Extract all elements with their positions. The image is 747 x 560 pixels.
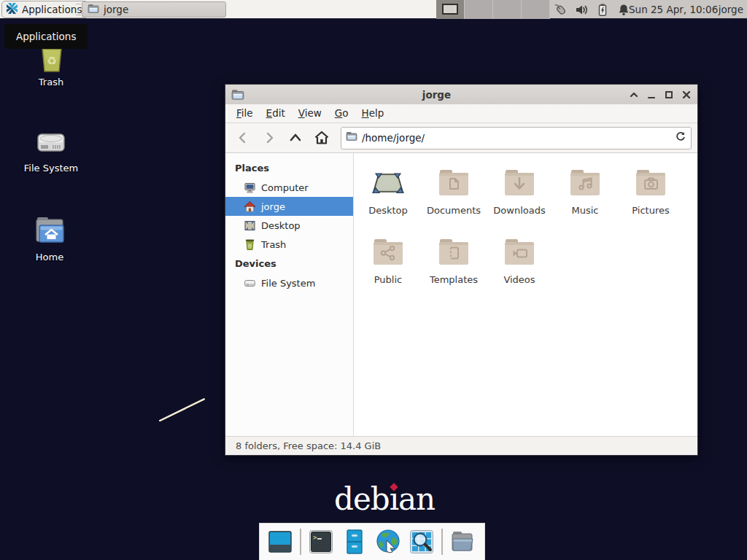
- file-item-label: Documents: [427, 205, 481, 216]
- sidebar-item-desktop[interactable]: Desktop: [225, 216, 353, 235]
- folder-download-icon: [502, 165, 537, 200]
- maximize-button[interactable]: [664, 90, 674, 100]
- dock-launcher-directory-menu[interactable]: [449, 528, 476, 556]
- workspace-1[interactable]: [436, 0, 465, 19]
- location-bar[interactable]: /home/jorge/: [341, 127, 692, 149]
- file-item-public[interactable]: Public: [355, 234, 421, 303]
- file-item-label: Templates: [430, 274, 478, 285]
- path-text[interactable]: /home/jorge/: [362, 132, 670, 144]
- sidebar-item-label: jorge: [261, 201, 285, 212]
- file-item-pictures[interactable]: Pictures: [618, 165, 684, 234]
- taskbar-window-label: jorge: [104, 4, 128, 15]
- sidebar-header-places: Places: [225, 158, 353, 178]
- sidebar-item-jorge[interactable]: jorge: [225, 197, 353, 216]
- home-button[interactable]: [310, 127, 333, 149]
- svg-text:>: >: [313, 534, 317, 541]
- workspace-2[interactable]: [465, 0, 493, 19]
- menu-help[interactable]: Help: [355, 104, 391, 122]
- workspace-3[interactable]: [493, 0, 522, 19]
- forward-button[interactable]: [258, 127, 281, 149]
- back-button[interactable]: [231, 127, 255, 149]
- svg-text:♻: ♻: [247, 243, 252, 249]
- file-item-downloads[interactable]: Downloads: [487, 165, 552, 234]
- system-tray: [553, 0, 631, 19]
- top-panel: Applications jorge Sun 25 Apr, 10:06 j: [0, 0, 747, 19]
- shade-button[interactable]: [629, 90, 639, 100]
- computer-icon: [244, 182, 256, 194]
- folder-camera-icon: [633, 165, 668, 200]
- trash-small-icon: ♻: [244, 238, 256, 251]
- sidebar-item-trash[interactable]: ♻ Trash: [225, 235, 353, 254]
- dock-launcher-terminal[interactable]: >: [307, 528, 335, 556]
- file-item-videos[interactable]: Videos: [487, 234, 552, 303]
- menu-go[interactable]: Go: [328, 104, 355, 122]
- desktop-stray-line: [158, 397, 205, 421]
- menu-view[interactable]: View: [292, 104, 328, 122]
- sidebar-item-computer[interactable]: Computer: [225, 178, 353, 197]
- places-sidebar: Places Computer jorge Desktop ♻ TrashDev…: [225, 153, 354, 436]
- file-item-label: Downloads: [493, 205, 545, 216]
- volume-tray-icon[interactable]: [574, 2, 589, 17]
- desktop-special-icon: [371, 165, 406, 200]
- menu-file[interactable]: File: [230, 104, 260, 122]
- dock-separator: [441, 529, 443, 555]
- applications-menu-label: Applications: [22, 4, 82, 15]
- folder-template-icon: [436, 234, 471, 269]
- file-item-templates[interactable]: Templates: [421, 234, 487, 303]
- file-item-label: Music: [572, 205, 599, 216]
- sidebar-item-file-system[interactable]: File System: [225, 273, 353, 292]
- desktop-icon-label: File System: [24, 163, 78, 174]
- menu-edit[interactable]: Edit: [260, 104, 292, 122]
- dock-separator: [300, 529, 301, 555]
- svg-text:♻: ♻: [47, 54, 57, 68]
- workspace-pager[interactable]: [436, 0, 550, 19]
- path-folder-icon: [346, 131, 357, 145]
- window-titlebar[interactable]: jorge: [225, 85, 697, 104]
- file-manager-window: jorge FileEditViewGoHelp: [225, 84, 698, 456]
- xfce-applications-icon: [6, 2, 18, 17]
- statusbar: 8 folders, Free space: 14.4 GiB: [225, 436, 697, 455]
- drive-small-icon: [244, 277, 256, 289]
- toolbar: /home/jorge/: [225, 123, 697, 153]
- folder-share-icon: [371, 234, 406, 269]
- folder-video-icon: [502, 234, 537, 269]
- window-title: jorge: [244, 89, 629, 101]
- drive-desktop-icon: [34, 124, 69, 159]
- file-item-documents[interactable]: Documents: [421, 165, 487, 234]
- workspace-4[interactable]: [522, 0, 550, 19]
- file-item-music[interactable]: Music: [552, 165, 618, 234]
- file-item-desktop[interactable]: Desktop: [355, 165, 421, 234]
- sidebar-item-label: Computer: [261, 182, 309, 193]
- statusbar-text: 8 folders, Free space: 14.4 GiB: [236, 440, 381, 451]
- panel-separator-handle: [76, 4, 81, 15]
- file-item-label: Pictures: [632, 205, 669, 216]
- file-item-label: Public: [374, 274, 402, 285]
- dock-launcher-file-manager[interactable]: [341, 528, 368, 556]
- dock-launcher-app-finder[interactable]: [408, 528, 436, 556]
- file-item-label: Videos: [503, 274, 535, 285]
- sidebar-header-devices: Devices: [225, 254, 353, 273]
- folder-window-icon: [88, 3, 99, 17]
- desktop-icon-label: Home: [36, 252, 63, 262]
- bottom-dock: >: [259, 523, 485, 560]
- reload-icon[interactable]: [675, 131, 686, 145]
- window-folder-icon: [231, 88, 244, 101]
- mouse-tray-icon[interactable]: [553, 2, 568, 17]
- close-button[interactable]: [681, 90, 692, 100]
- desktop-icon-home[interactable]: Home: [15, 213, 85, 262]
- debian-wallpaper-logo: debıan: [334, 481, 435, 517]
- panel-clock[interactable]: Sun 25 Apr, 10:06: [629, 0, 718, 19]
- taskbar-window-button[interactable]: jorge: [82, 1, 226, 18]
- panel-user-menu[interactable]: jorge: [719, 0, 743, 19]
- dock-launcher-show-desktop[interactable]: [266, 528, 294, 556]
- file-grid: Desktop Documents Downloads Music Pictur…: [354, 153, 697, 436]
- minimize-button[interactable]: [646, 90, 657, 100]
- up-button[interactable]: [284, 127, 307, 149]
- home-small-icon: [244, 201, 256, 213]
- applications-tooltip: Applications: [4, 24, 88, 49]
- desktop-icon-file-system[interactable]: File System: [16, 124, 86, 174]
- desktop-small-icon: [244, 219, 256, 232]
- battery-tray-icon[interactable]: [595, 2, 610, 17]
- dock-launcher-web-browser[interactable]: [374, 528, 402, 556]
- pager-window-thumbnail: [442, 4, 458, 15]
